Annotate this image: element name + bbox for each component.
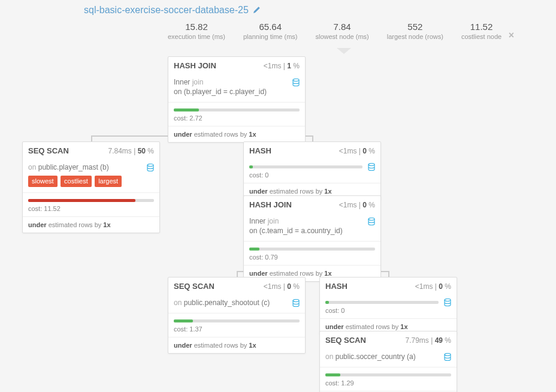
cost-bar xyxy=(28,199,154,202)
node-badges: slowest costliest largest xyxy=(28,176,154,187)
database-icon[interactable] xyxy=(368,163,375,173)
stat-largest-node: 552 largest node (rows) xyxy=(387,22,443,40)
connector xyxy=(312,135,313,141)
stat-planning-time: 65.64 planning time (ms) xyxy=(243,22,297,40)
plan-node-seq-scan-player-mast[interactable]: SEQ SCAN 7.84ms | 50 % on public.player_… xyxy=(22,141,160,233)
node-cost: cost: 1.29 xyxy=(320,367,457,391)
node-title: SEQ SCAN xyxy=(174,282,214,291)
node-title: HASH xyxy=(325,282,348,291)
badge-largest: largest xyxy=(95,176,122,187)
cost-bar xyxy=(249,248,375,251)
node-estimate: under estimated rows by 1x xyxy=(168,126,305,142)
close-icon[interactable]: × xyxy=(509,30,514,41)
node-details: Inner join on (b.player_id = c.player_id… xyxy=(168,74,305,102)
stat-costliest-node: 11.52 costliest node xyxy=(461,22,501,40)
plan-title[interactable]: sql-basic-exercise-soccer-database-25 xyxy=(84,5,261,16)
badge-costliest: costliest xyxy=(61,176,92,187)
chevron-down-icon xyxy=(337,48,351,54)
node-timing: <1ms | 1 % xyxy=(264,62,300,70)
node-details: Inner join on (c.team_id = a.country_id) xyxy=(244,213,380,241)
plan-node-hash-1[interactable]: HASH <1ms | 0 % cost: 0 under estimated … xyxy=(243,141,381,200)
database-icon[interactable] xyxy=(147,164,154,174)
connector xyxy=(237,271,238,277)
database-icon[interactable] xyxy=(292,79,300,89)
svg-point-4 xyxy=(293,300,299,302)
plan-node-hash-join-1[interactable]: HASH JOIN <1ms | 1 % Inner join on (b.pl… xyxy=(168,56,306,143)
node-details: on public.soccer_country (a) xyxy=(320,349,457,367)
node-timing: 7.84ms | 50 % xyxy=(108,147,154,155)
database-icon[interactable] xyxy=(292,299,300,310)
pencil-icon[interactable] xyxy=(252,6,261,14)
stat-slowest-node: 7.84 slowest node (ms) xyxy=(315,22,368,40)
cost-bar xyxy=(325,373,451,376)
node-timing: <1ms | 0 % xyxy=(339,201,375,209)
connector xyxy=(388,271,389,277)
svg-point-6 xyxy=(445,354,451,356)
cost-bar xyxy=(325,301,439,304)
node-title: SEQ SCAN xyxy=(325,336,366,345)
svg-point-0 xyxy=(293,79,299,82)
database-icon[interactable] xyxy=(368,218,375,228)
node-title: HASH xyxy=(249,146,271,155)
node-cost: cost: 1.37 xyxy=(168,313,305,337)
node-details: on public.player_mast (b) slowest costli… xyxy=(23,159,159,192)
node-estimate: under estimated rows by 1x xyxy=(168,337,305,353)
cost-bar xyxy=(174,319,300,322)
node-timing: 7.79ms | 49 % xyxy=(405,336,451,345)
connector xyxy=(91,135,92,141)
node-timing: <1ms | 0 % xyxy=(264,282,300,291)
svg-point-3 xyxy=(368,218,374,221)
svg-point-5 xyxy=(445,299,451,301)
plan-node-seq-scan-soccer-country[interactable]: SEQ SCAN 7.79ms | 49 % on public.soccer_… xyxy=(319,331,457,392)
svg-point-2 xyxy=(368,164,374,166)
svg-point-1 xyxy=(147,164,153,167)
plan-node-hash-join-2[interactable]: HASH JOIN <1ms | 0 % Inner join on (c.te… xyxy=(243,195,381,282)
node-cost: cost: 0 xyxy=(244,159,380,183)
node-cost: cost: 2.72 xyxy=(168,102,305,126)
plan-node-seq-scan-penalty-shootout[interactable]: SEQ SCAN <1ms | 0 % on public.penalty_sh… xyxy=(168,277,306,354)
cost-bar xyxy=(174,108,300,111)
node-title: HASH JOIN xyxy=(249,200,292,209)
stat-execution-time: 15.82 execution time (ms) xyxy=(168,22,225,40)
node-timing: <1ms | 0 % xyxy=(339,147,375,155)
database-icon[interactable] xyxy=(444,353,451,364)
node-details: on public.penalty_shootout (c) xyxy=(168,295,305,313)
node-title: HASH JOIN xyxy=(174,61,216,70)
plan-title-text: sql-basic-exercise-soccer-database-25 xyxy=(84,5,249,16)
node-cost: cost: 0 xyxy=(320,295,457,318)
node-cost: cost: 11.52 xyxy=(23,193,159,216)
node-cost: cost: 0.79 xyxy=(244,242,380,265)
badge-slowest: slowest xyxy=(28,176,58,187)
node-estimate: under estimated rows by 1x xyxy=(23,217,159,233)
cost-bar xyxy=(249,165,362,168)
node-timing: <1ms | 0 % xyxy=(415,282,451,291)
stats-row: 15.82 execution time (ms) 65.64 planning… xyxy=(168,22,501,40)
node-title: SEQ SCAN xyxy=(28,146,69,155)
plan-node-hash-2[interactable]: HASH <1ms | 0 % cost: 0 under estimated … xyxy=(319,277,457,335)
database-icon[interactable] xyxy=(444,298,451,308)
